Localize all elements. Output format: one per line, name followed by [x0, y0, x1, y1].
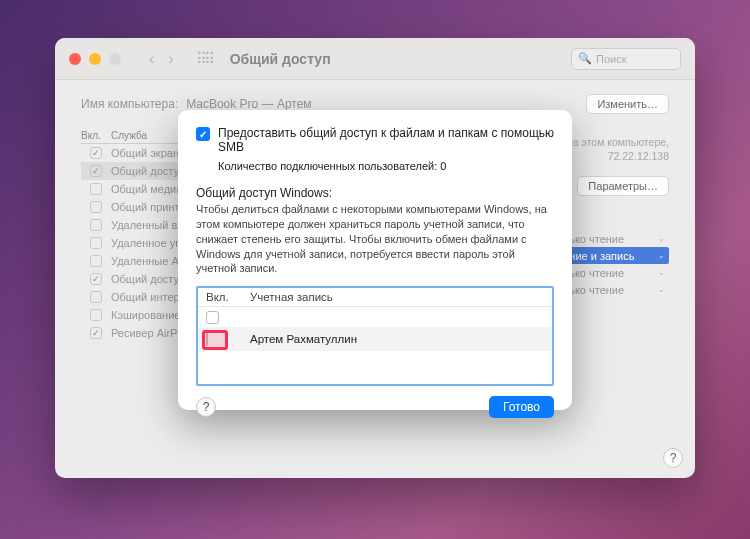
connected-users: Количество подключенных пользователей: 0	[218, 160, 554, 172]
highlight-box	[202, 330, 228, 350]
acct-checkbox-highlight	[206, 333, 208, 345]
smb-label: Предоставить общий доступ к файлам и пап…	[218, 126, 554, 154]
accounts-table: Вкл. Учетная запись Артем Рахматуллин	[196, 286, 554, 386]
sheet-help-button[interactable]: ?	[196, 397, 216, 417]
smb-options-sheet: Предоставить общий доступ к файлам и пап…	[178, 110, 572, 410]
acct-checkbox-placeholder[interactable]	[206, 311, 219, 324]
acct-col-name: Учетная запись	[250, 291, 544, 303]
account-name: Артем Рахматуллин	[250, 333, 544, 345]
smb-checkbox[interactable]	[196, 127, 210, 141]
windows-share-desc: Чтобы делиться файлами с некоторыми комп…	[196, 202, 554, 276]
windows-share-title: Общий доступ Windows:	[196, 186, 554, 200]
acct-col-on: Вкл.	[206, 291, 250, 303]
account-row[interactable]: Артем Рахматуллин	[198, 327, 552, 351]
done-button[interactable]: Готово	[489, 396, 554, 418]
acct-placeholder-row	[198, 307, 552, 327]
